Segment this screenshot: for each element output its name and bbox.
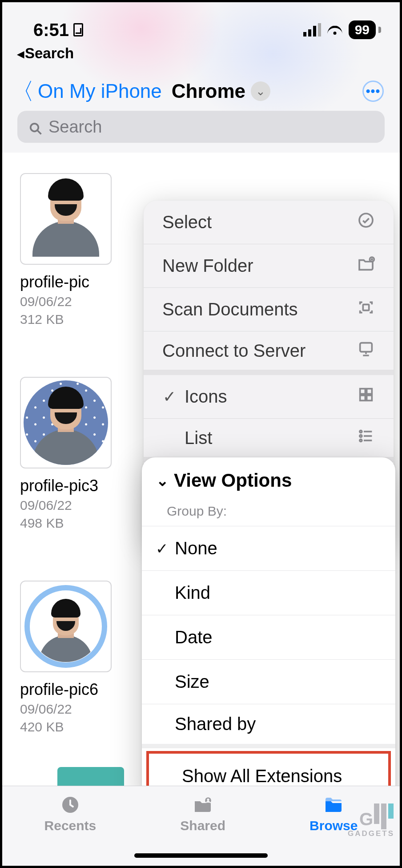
- status-time: 6:51: [33, 20, 69, 40]
- menu-item-label: Show All Extensions: [182, 766, 342, 786]
- svg-point-0: [31, 124, 39, 132]
- grid-icon: [357, 386, 375, 408]
- menu-item-label: Scan Documents: [162, 299, 298, 319]
- menu-item-label: Icons: [185, 387, 227, 407]
- title-dropdown-button[interactable]: ⌄: [251, 81, 270, 101]
- group-by-date[interactable]: Date: [142, 615, 395, 659]
- tab-browse[interactable]: Browse: [310, 794, 358, 833]
- file-date-label: 09/06/22: [20, 498, 136, 513]
- file-item[interactable]: profile-pic 09/06/22 312 KB: [20, 173, 136, 327]
- file-name-label: profile-pic3: [20, 476, 136, 495]
- svg-line-1: [37, 130, 41, 134]
- caret-left-icon: ◂: [17, 46, 24, 61]
- file-name-label: profile-pic: [20, 273, 136, 291]
- view-options-header[interactable]: ⌄ View Options: [142, 457, 395, 501]
- search-icon: [29, 120, 42, 133]
- svg-rect-6: [360, 389, 366, 394]
- group-by-kind[interactable]: Kind: [142, 570, 395, 615]
- battery-percent: 99: [349, 20, 376, 39]
- page-title: Chrome: [172, 80, 245, 102]
- status-bar: 6:51 99: [2, 2, 400, 45]
- chevron-down-icon: ⌄: [156, 472, 169, 489]
- group-by-shared-by[interactable]: Shared by: [142, 704, 395, 748]
- menu-item-label: New Folder: [162, 256, 253, 276]
- file-item[interactable]: profile-pic3 09/06/22 498 KB: [20, 377, 136, 531]
- checkmark-circle-icon: [357, 211, 375, 233]
- menu-item-label: Kind: [175, 583, 210, 603]
- menu-item-label: Select: [162, 212, 212, 232]
- file-size-label: 420 KB: [20, 719, 136, 735]
- checkmark-icon: ✓: [155, 540, 169, 557]
- view-options-menu: ⌄ View Options Group By: ✓None Kind Date…: [142, 457, 395, 807]
- group-by-size[interactable]: Size: [142, 659, 395, 704]
- file-date-label: 09/06/22: [20, 702, 136, 717]
- list-icon: [357, 427, 375, 449]
- file-name-label: profile-pic6: [20, 680, 136, 699]
- svg-point-15: [207, 799, 209, 801]
- file-thumbnail: [20, 173, 112, 265]
- cellular-signal-icon: [303, 23, 321, 36]
- file-item[interactable]: profile-pic6 09/06/22 420 KB: [20, 581, 136, 735]
- svg-rect-8: [360, 396, 366, 401]
- svg-rect-4: [363, 304, 369, 310]
- menu-item-view-icons[interactable]: ✓Icons: [144, 375, 394, 419]
- menu-item-new-folder[interactable]: New Folder: [144, 244, 394, 288]
- watermark-logo: G GADGETS: [359, 803, 395, 829]
- group-by-label: Group By:: [142, 501, 395, 526]
- menu-item-scan-documents[interactable]: Scan Documents: [144, 288, 394, 331]
- back-to-app-label: Search: [25, 45, 74, 62]
- svg-rect-9: [367, 396, 372, 401]
- view-options-title: View Options: [174, 470, 292, 491]
- file-size-label: 498 KB: [20, 516, 136, 531]
- chevron-left-icon: 〈: [11, 80, 34, 103]
- nav-back-label: On My iPhone: [38, 80, 162, 102]
- more-options-button[interactable]: •••: [362, 81, 384, 102]
- ellipsis-icon: •••: [366, 84, 380, 98]
- menu-item-view-list[interactable]: List: [144, 419, 394, 462]
- checkmark-icon: ✓: [162, 388, 177, 406]
- nav-back-button[interactable]: 〈 On My iPhone: [11, 80, 162, 103]
- folder-plus-icon: [357, 255, 375, 277]
- menu-item-connect-to-server[interactable]: Connect to Server: [144, 331, 394, 375]
- menu-item-label: Connect to Server: [162, 341, 306, 361]
- menu-item-label: List: [185, 428, 212, 448]
- tab-label: Recents: [44, 818, 96, 833]
- search-input[interactable]: Search: [17, 111, 385, 143]
- chevron-down-icon: ⌄: [256, 85, 265, 98]
- folder-shared-icon: [190, 794, 215, 816]
- scan-icon: [357, 299, 375, 320]
- wifi-icon: [327, 23, 342, 36]
- tab-shared[interactable]: Shared: [180, 794, 225, 833]
- server-icon: [357, 340, 375, 362]
- file-thumbnail: [20, 581, 112, 672]
- menu-item-label: Date: [175, 627, 213, 647]
- search-placeholder: Search: [48, 117, 102, 137]
- svg-point-11: [360, 435, 362, 437]
- tab-label: Shared: [180, 818, 225, 833]
- menu-item-label: Shared by: [175, 714, 256, 734]
- clock-icon: [58, 794, 83, 816]
- tab-bar: Recents Shared Browse: [2, 786, 400, 866]
- file-size-label: 312 KB: [20, 312, 136, 327]
- navigation-bar: 〈 On My iPhone Chrome ⌄ •••: [2, 66, 400, 111]
- menu-item-label: Size: [175, 672, 209, 692]
- svg-rect-5: [360, 343, 372, 351]
- file-thumbnail-peek: [57, 767, 124, 786]
- svg-rect-7: [367, 389, 372, 394]
- back-to-app-button[interactable]: ◂ Search: [2, 45, 400, 66]
- tab-recents[interactable]: Recents: [44, 794, 96, 833]
- file-thumbnail: [20, 377, 112, 468]
- group-by-none[interactable]: ✓None: [142, 526, 395, 570]
- svg-point-12: [360, 439, 362, 441]
- privacy-indicator-icon: [73, 23, 83, 36]
- menu-item-label: None: [175, 538, 217, 558]
- folder-icon: [321, 794, 346, 816]
- home-indicator[interactable]: [134, 853, 268, 858]
- menu-item-select[interactable]: Select: [144, 201, 394, 244]
- file-date-label: 09/06/22: [20, 294, 136, 309]
- svg-point-10: [360, 430, 362, 432]
- watermark-subtext: GADGETS: [348, 829, 394, 838]
- battery-indicator: 99: [349, 20, 381, 39]
